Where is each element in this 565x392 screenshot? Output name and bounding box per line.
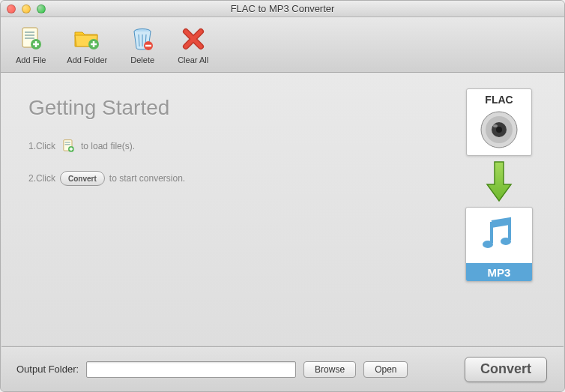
step-2-suffix: to start conversion.: [109, 173, 185, 184]
arrow-down-icon: [484, 160, 514, 202]
mp3-label: MP3: [466, 263, 532, 281]
convert-button[interactable]: Convert: [465, 357, 547, 382]
delete-button[interactable]: Delete: [128, 25, 157, 64]
window-title: FLAC to MP3 Converter: [1, 3, 564, 14]
open-button[interactable]: Open: [363, 361, 408, 378]
music-notes-icon: [477, 208, 522, 263]
svg-point-28: [501, 238, 511, 245]
svg-point-25: [496, 127, 502, 133]
flac-file-icon: FLAC: [466, 88, 532, 156]
step-2-convert-pill: Convert: [60, 171, 105, 186]
delete-label: Delete: [130, 55, 154, 64]
add-file-label: Add File: [16, 55, 46, 64]
app-window: FLAC to MP3 Converter Add File: [0, 0, 565, 392]
step-2-prefix: 2.Click: [28, 173, 55, 184]
flac-label: FLAC: [485, 94, 513, 106]
speaker-icon: [478, 109, 520, 151]
titlebar: FLAC to MP3 Converter: [1, 1, 564, 17]
delete-icon: [128, 25, 157, 53]
step-1-prefix: 1.Click: [28, 141, 55, 151]
mp3-file-icon: MP3: [465, 207, 533, 282]
clear-all-button[interactable]: Clear All: [178, 25, 208, 64]
svg-point-27: [483, 241, 493, 248]
add-file-icon: [16, 25, 45, 53]
close-window-button[interactable]: [7, 4, 16, 13]
output-folder-input[interactable]: [86, 361, 296, 378]
step-1-suffix: to load file(s).: [81, 141, 135, 151]
conversion-diagram: FLAC: [462, 88, 537, 282]
add-file-button[interactable]: Add File: [16, 25, 46, 64]
step-2: 2.Click Convert to start conversion.: [28, 171, 185, 186]
output-folder-label: Output Folder:: [16, 364, 79, 375]
step-1-add-file-icon: [60, 138, 76, 154]
zoom-window-button[interactable]: [37, 4, 46, 13]
add-folder-label: Add Folder: [67, 55, 107, 64]
minimize-window-button[interactable]: [22, 4, 31, 13]
getting-started-heading: Getting Started: [28, 96, 185, 120]
traffic-lights: [7, 4, 46, 13]
getting-started-panel: Getting Started 1.Click to load file(s).: [28, 96, 185, 202]
toolbar: Add File Add Folder: [1, 17, 564, 73]
add-folder-icon: [73, 25, 101, 53]
step-1: 1.Click to load file(s).: [28, 138, 185, 154]
browse-button[interactable]: Browse: [303, 361, 356, 378]
bottom-bar: Output Folder: Browse Open Convert: [1, 346, 564, 391]
clear-all-label: Clear All: [178, 55, 208, 64]
content-area: Getting Started 1.Click to load file(s).: [1, 73, 564, 345]
clear-all-icon: [179, 25, 208, 53]
svg-point-26: [493, 124, 498, 127]
add-folder-button[interactable]: Add Folder: [67, 25, 107, 64]
